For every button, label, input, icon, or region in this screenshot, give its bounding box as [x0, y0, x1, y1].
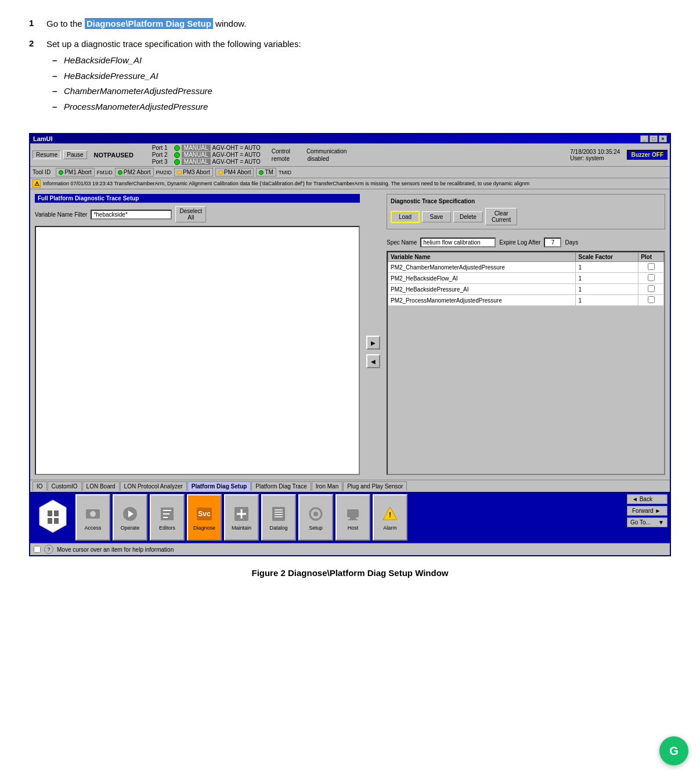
nav-editors-label: Editors: [159, 525, 175, 531]
expire-label: Expire Log After: [499, 239, 540, 246]
highlight-diagnose: Diagnose\Platform Diag Setup: [85, 18, 213, 29]
pause-button[interactable]: Pause: [63, 150, 86, 159]
help-checkbox[interactable]: [34, 546, 41, 553]
tab-iron-man[interactable]: Iron Man: [312, 481, 342, 491]
port1-indicator: [174, 145, 180, 151]
group-legend: Diagnostic Trace Specification: [391, 198, 661, 204]
tab-platform-diag-trace[interactable]: Platform Diag Trace: [251, 481, 311, 491]
port1-status: MANUAL: [182, 145, 211, 151]
forward-button[interactable]: Forward ►: [627, 506, 667, 516]
expire-input[interactable]: [544, 238, 561, 247]
pm4-label: PM4 Abort: [224, 169, 251, 175]
pm2-abort-btn[interactable]: PM2 Abort: [115, 168, 154, 177]
plot-cell[interactable]: [638, 284, 664, 295]
toolbar-row1: Resume Pause NOTPAUSED Port 1 MANUAL AGV…: [30, 143, 670, 167]
plot-checkbox[interactable]: [648, 296, 655, 303]
variable-listbox[interactable]: [35, 226, 360, 475]
buzzer-button[interactable]: Buzzer OFF: [627, 150, 667, 160]
diagnose-icon: Svc: [195, 505, 214, 523]
pm4-indicator: [218, 170, 223, 175]
goto-chevron: ▼: [658, 519, 664, 526]
var-item-1: –HeBacksideFlow_AI: [52, 54, 301, 67]
svg-point-24: [313, 512, 318, 516]
maintain-icon: [232, 505, 251, 523]
nav-maintain-button[interactable]: Maintain: [224, 494, 259, 541]
tab-plug-play[interactable]: Plug and Play Sensor: [343, 481, 407, 491]
port2-label: Port 2: [152, 152, 172, 158]
nav-access-button[interactable]: Access: [75, 494, 110, 541]
port3-agv: AGV-OHT = AUTO: [212, 159, 261, 165]
grammarly-badge[interactable]: G: [659, 736, 688, 765]
pm4-abort-btn[interactable]: PM4 Abort: [215, 168, 254, 177]
delete-button[interactable]: Delete: [453, 211, 483, 222]
svg-text:!: !: [389, 511, 391, 519]
plot-cell[interactable]: [638, 262, 664, 273]
goto-dropdown[interactable]: Go To... ▼: [627, 517, 667, 527]
days-label: Days: [565, 239, 578, 246]
step-number-2: 2: [29, 38, 46, 48]
pm2-indicator: [118, 170, 122, 175]
plot-checkbox[interactable]: [648, 274, 655, 281]
plot-checkbox[interactable]: [648, 263, 655, 270]
nav-diagnose-button[interactable]: Svc Diagnose: [187, 494, 222, 541]
tm-btn[interactable]: TM: [256, 168, 276, 177]
svg-text:Svc: Svc: [198, 510, 211, 518]
back-button[interactable]: ◄ Back: [627, 494, 667, 504]
pm1-label: PM1 Abort: [64, 169, 92, 175]
alarm-icon: !: [381, 505, 399, 523]
filter-input[interactable]: [91, 210, 172, 220]
resume-button[interactable]: Resume: [33, 150, 61, 159]
nav-operate-button[interactable]: Operate: [113, 494, 147, 541]
plot-cell[interactable]: [638, 273, 664, 284]
tab-customio[interactable]: CustomIO: [48, 481, 82, 491]
tab-lon-board[interactable]: LON Board: [82, 481, 120, 491]
spec-name-input[interactable]: [420, 238, 496, 247]
step-number-1: 1: [29, 17, 46, 28]
port1-label: Port 1: [152, 145, 172, 151]
maximize-btn[interactable]: □: [650, 135, 658, 142]
variable-table: Variable Name Scale Factor Plot PM2_Cham…: [388, 252, 664, 306]
pm3-abort-btn[interactable]: PM3 Abort: [174, 168, 213, 177]
clear-current-button[interactable]: ClearCurrent: [485, 208, 517, 225]
nav-datalog-button[interactable]: Datalog: [261, 494, 296, 541]
nav-editors-button[interactable]: Editors: [150, 494, 185, 541]
goto-label: Go To...: [630, 519, 651, 526]
variable-list: –HeBacksideFlow_AI –HeBacksidePressure_A…: [52, 54, 301, 113]
tab-platform-diag-setup[interactable]: Platform Diag Setup: [187, 481, 251, 491]
save-button[interactable]: Save: [422, 211, 451, 222]
remove-arrow-button[interactable]: ◀: [366, 354, 380, 368]
nav-diagnose-label: Diagnose: [193, 525, 215, 531]
filter-label: Variable Name Filter: [35, 211, 87, 218]
pm3-label: PM3 Abort: [183, 169, 210, 175]
tmid: TMID: [279, 170, 291, 175]
port3-label: Port 3: [152, 159, 172, 165]
right-panel: Diagnostic Trace Specification Load Save…: [387, 194, 665, 475]
table-row: PM2_ProcessManometerAdjustedPressure1: [388, 295, 664, 306]
close-btn[interactable]: ×: [659, 135, 667, 142]
nav-host-button[interactable]: Host: [335, 494, 370, 541]
plot-cell[interactable]: [638, 295, 664, 306]
deselect-all-button[interactable]: DeselectAll: [175, 206, 206, 222]
load-button[interactable]: Load: [391, 211, 420, 223]
pm1-abort-btn[interactable]: PM1 Abort: [56, 168, 95, 177]
tab-lon-protocol[interactable]: LON Protocol Analyzer: [120, 481, 187, 491]
bottom-tabs: IO CustomIO LON Board LON Protocol Analy…: [30, 480, 670, 492]
minimize-btn[interactable]: _: [640, 135, 648, 142]
port3-indicator: [174, 159, 180, 165]
plot-checkbox[interactable]: [648, 285, 655, 292]
scale-factor-cell: 1: [576, 284, 638, 295]
title-buttons: _ □ ×: [640, 135, 667, 142]
figure-caption: Figure 2 Diagnose\Platform Diag Setup Wi…: [29, 568, 671, 578]
diag-trace-group: Diagnostic Trace Specification Load Save…: [387, 194, 665, 229]
var-name-cell: PM2_ProcessManometerAdjustedPressure: [388, 295, 576, 306]
port-section: Port 1 MANUAL AGV-OHT = AUTO Port 2 MANU…: [152, 145, 261, 165]
tab-io[interactable]: IO: [33, 481, 47, 491]
filter-row: Variable Name Filter DeselectAll: [35, 206, 360, 222]
add-arrow-button[interactable]: ▶: [366, 336, 380, 350]
nav-alarm-button[interactable]: ! Alarm: [373, 494, 407, 541]
var-item-2: –HeBacksidePressure_AI: [52, 70, 301, 83]
arrow-controls: ▶ ◀: [365, 194, 382, 475]
nav-setup-button[interactable]: Setup: [298, 494, 333, 541]
control-label: Control: [272, 148, 290, 154]
help-button[interactable]: ?: [44, 545, 53, 554]
